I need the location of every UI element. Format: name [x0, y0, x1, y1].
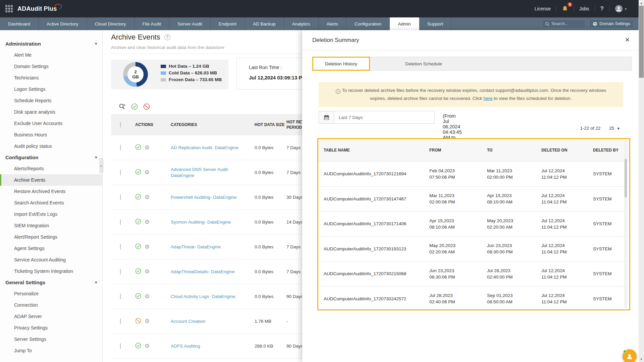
settings-gear-icon[interactable]: ⚙ — [145, 244, 150, 250]
enabled-status-icon[interactable] — [135, 293, 141, 300]
enabled-status-icon[interactable] — [135, 219, 141, 226]
sidebar-item-personalize[interactable]: Personalize — [0, 288, 102, 299]
nav-tab-server-audit[interactable]: Server Audit — [169, 17, 211, 30]
settings-gear-icon[interactable]: ⚙ — [145, 343, 150, 349]
enable-archiving-icon[interactable] — [131, 103, 138, 110]
settings-gear-icon[interactable]: ⚙ — [145, 170, 150, 175]
sidebar-item-alert-me[interactable]: Alert Me — [0, 49, 102, 61]
settings-gear-icon[interactable]: ⚙ — [145, 219, 150, 225]
row-checkbox[interactable] — [120, 170, 121, 175]
sidebar-item-disk-space-analysis[interactable]: Disk space analysis — [0, 106, 102, 118]
table-scrollbar-thumb[interactable] — [625, 159, 627, 197]
category-link[interactable]: AD Replication Audit- DataEngine — [171, 145, 238, 150]
row-checkbox[interactable] — [120, 219, 121, 225]
category-link[interactable]: Account Creation — [171, 319, 206, 324]
sidebar-item-exclude-user-accounts[interactable]: Exclude User Accounts — [0, 118, 102, 129]
notice-here-link[interactable]: here — [484, 96, 493, 101]
help-button[interactable]: ? — [595, 5, 609, 12]
tab-deletion-history[interactable]: Deletion History — [312, 57, 370, 71]
notifications-button[interactable]: 5 — [556, 5, 574, 12]
sidebar-item-agent-settings[interactable]: Agent Settings — [0, 243, 102, 254]
enabled-status-icon[interactable] — [135, 169, 141, 176]
category-link[interactable]: Powershell Auditing- DataEngine — [171, 195, 237, 200]
category-link[interactable]: Sysmon Auditing- DataEngine — [171, 220, 231, 225]
jobs-link[interactable]: Jobs — [574, 6, 595, 11]
sidebar-item-audit-policy-status[interactable]: Audit policy status — [0, 140, 102, 152]
settings-gear-icon[interactable]: ⚙ — [145, 145, 150, 150]
sidebar-item-adap-server[interactable]: ADAP Server — [0, 311, 102, 322]
select-all-checkbox[interactable] — [120, 122, 121, 127]
app-logo[interactable]: ADAudit Plus — [17, 5, 57, 12]
app-grid-icon[interactable] — [5, 5, 13, 12]
sidebar-item-technicians[interactable]: Technicians — [0, 72, 102, 83]
sidebar-item-archive-events[interactable]: Archive Events — [0, 174, 102, 186]
nav-tab-dashboard[interactable]: Dashboard — [0, 17, 39, 30]
page-scrollbar-thumb[interactable] — [639, 6, 644, 78]
row-checkbox[interactable] — [120, 194, 121, 200]
nav-tab-ad-backup[interactable]: AD Backup — [245, 17, 284, 30]
row-checkbox[interactable] — [120, 343, 121, 349]
nav-tab-alerts[interactable]: Alerts — [319, 17, 347, 30]
sidebar-collapse-handle[interactable]: ‹ — [99, 158, 103, 173]
nav-tab-admin[interactable]: Admin — [390, 17, 419, 30]
enabled-status-icon[interactable] — [135, 144, 141, 151]
disabled-status-icon[interactable] — [135, 318, 141, 325]
sidebar-item-restore-archived-events[interactable]: Restore Archived Events — [0, 186, 102, 197]
nav-tab-cloud-directory[interactable]: Cloud Directory — [87, 17, 135, 30]
category-link[interactable]: Advanced DNS Server Audit- DataEngine — [171, 167, 229, 178]
category-link[interactable]: Cloud Activity Logs- DataEngine — [171, 294, 235, 299]
sidebar-item-service-account-auditing[interactable]: Service Account Auditing — [0, 254, 102, 265]
sidebar-item-search-archived-events[interactable]: Search Archived Events — [0, 197, 102, 208]
sidebar-item-ticketing-system-integration[interactable]: Ticketing System Integration — [0, 265, 102, 277]
close-icon[interactable]: ✕ — [625, 36, 630, 44]
sidebar-item-business-hours[interactable]: Business Hours — [0, 129, 102, 140]
page-help-icon[interactable]: ? — [164, 34, 170, 40]
sidebar-item-import-evt-evtx-logs[interactable]: Import Evt/Evtx Logs — [0, 208, 102, 220]
search-events-icon[interactable] — [119, 103, 126, 110]
sidebar-item-connection[interactable]: Connection — [0, 299, 102, 311]
calendar-button[interactable] — [319, 111, 334, 124]
enabled-status-icon[interactable] — [135, 268, 141, 275]
sidebar-item-alert-report-settings[interactable]: Alert/Report Settings — [0, 231, 102, 243]
sidebar-item-logon-settings[interactable]: Logon Settings — [0, 83, 102, 95]
support-chat-button[interactable] — [623, 349, 637, 362]
row-checkbox[interactable] — [120, 269, 121, 275]
nav-tab-file-audit[interactable]: File Audit — [135, 17, 170, 30]
page-size-select[interactable]: 25 ▼ — [609, 126, 620, 131]
sidebar-section-administration[interactable]: Administration▾ — [0, 38, 102, 49]
settings-gear-icon[interactable]: ⚙ — [145, 318, 150, 324]
enabled-status-icon[interactable] — [135, 243, 141, 250]
category-link[interactable]: AdapThreatDetails- DataEngine — [171, 269, 235, 274]
sidebar-item-schedule-reports[interactable]: Schedule Reports — [0, 95, 102, 106]
sidebar-item-privacy-settings[interactable]: Privacy Settings — [0, 322, 102, 334]
sidebar-item-alerts-reports[interactable]: Alerts/Reports — [0, 163, 102, 174]
nav-tab-support[interactable]: Support — [419, 17, 451, 30]
scroll-up-arrow-icon[interactable]: ▲ — [639, 0, 644, 6]
user-menu-button[interactable]: ▾ — [609, 5, 632, 13]
row-checkbox[interactable] — [120, 294, 121, 299]
row-checkbox[interactable] — [120, 145, 121, 150]
settings-gear-icon[interactable]: ⚙ — [145, 269, 150, 275]
date-range-input[interactable]: Last 7 Days — [334, 111, 435, 124]
scroll-down-arrow-icon[interactable]: ▼ — [639, 356, 644, 362]
sidebar-section-configuration[interactable]: Configuration▾ — [0, 152, 102, 163]
nav-tab-analytics[interactable]: Analytics — [284, 17, 319, 30]
settings-gear-icon[interactable]: ⚙ — [145, 294, 150, 299]
row-checkbox[interactable] — [120, 244, 121, 250]
domain-settings-button[interactable]: Domain Settings — [589, 19, 634, 28]
row-checkbox[interactable] — [120, 318, 121, 324]
nav-tab-configuration[interactable]: Configuration — [346, 17, 390, 30]
sidebar-item-siem-integration[interactable]: SIEM Integration — [0, 220, 102, 231]
tab-deletion-schedule[interactable]: Deletion Schedule — [390, 57, 457, 70]
nav-tab-endpoint[interactable]: Endpoint — [211, 17, 245, 30]
global-search-input[interactable]: Search... — [542, 19, 586, 28]
settings-gear-icon[interactable]: ⚙ — [145, 194, 150, 200]
sidebar-item-jump-to[interactable]: Jump To — [0, 345, 102, 356]
sidebar-item-domain-settings[interactable]: Domain Settings — [0, 61, 102, 72]
category-link[interactable]: ADFS Auditing — [171, 344, 200, 349]
sidebar-item-server-settings[interactable]: Server Settings — [0, 334, 102, 345]
enabled-status-icon[interactable] — [135, 343, 141, 350]
enabled-status-icon[interactable] — [135, 194, 141, 201]
category-link[interactable]: AdapThreat- DataEngine — [171, 244, 221, 249]
page-scrollbar[interactable]: ▲ ▼ — [639, 0, 644, 362]
